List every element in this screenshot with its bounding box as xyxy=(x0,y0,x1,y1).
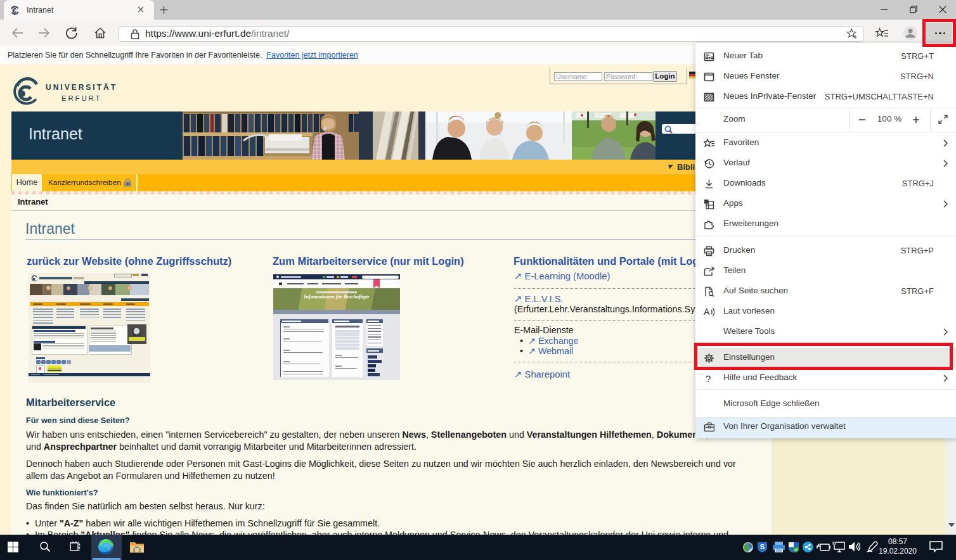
svg-text:S: S xyxy=(760,543,765,550)
svg-text:?: ? xyxy=(706,373,711,384)
svg-text:A: A xyxy=(704,307,710,317)
